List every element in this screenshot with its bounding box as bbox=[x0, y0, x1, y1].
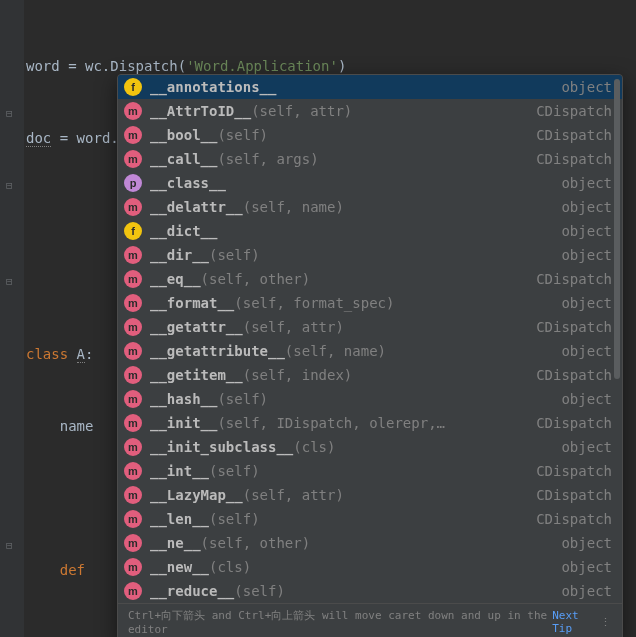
autocomplete-item[interactable]: m__bool__(self)CDispatch bbox=[118, 123, 622, 147]
autocomplete-popup[interactable]: f__annotations__objectm__AttrToID__(self… bbox=[117, 74, 623, 637]
completion-return-type: CDispatch bbox=[526, 99, 612, 123]
completion-signature: (self) bbox=[217, 123, 268, 147]
completion-signature: (self, args) bbox=[217, 147, 318, 171]
completion-name: __getattr__ bbox=[150, 315, 243, 339]
completion-kind-icon: m bbox=[124, 150, 142, 168]
autocomplete-item[interactable]: m__AttrToID__(self, attr)CDispatch bbox=[118, 99, 622, 123]
completion-return-type: object bbox=[551, 195, 612, 219]
completion-kind-icon: m bbox=[124, 246, 142, 264]
autocomplete-item[interactable]: m__eq__(self, other)CDispatch bbox=[118, 267, 622, 291]
completion-return-type: object bbox=[551, 291, 612, 315]
code-token: doc bbox=[26, 130, 51, 147]
completion-name: __LazyMap__ bbox=[150, 483, 243, 507]
completion-name: __new__ bbox=[150, 555, 209, 579]
completion-name: __len__ bbox=[150, 507, 209, 531]
completion-return-type: CDispatch bbox=[526, 459, 612, 483]
autocomplete-item[interactable]: m__call__(self, args)CDispatch bbox=[118, 147, 622, 171]
completion-name: __annotations__ bbox=[150, 75, 276, 99]
autocomplete-item[interactable]: m__len__(self)CDispatch bbox=[118, 507, 622, 531]
completion-return-type: CDispatch bbox=[526, 267, 612, 291]
autocomplete-item[interactable]: m__format__(self, format_spec)object bbox=[118, 291, 622, 315]
completion-return-type: CDispatch bbox=[526, 507, 612, 531]
completion-return-type: object bbox=[551, 555, 612, 579]
autocomplete-item[interactable]: m__getattribute__(self, name)object bbox=[118, 339, 622, 363]
completion-name: __getattribute__ bbox=[150, 339, 285, 363]
completion-signature: (self, other) bbox=[201, 531, 311, 555]
completion-kind-icon: p bbox=[124, 174, 142, 192]
completion-kind-icon: f bbox=[124, 222, 142, 240]
scrollbar-thumb[interactable] bbox=[614, 79, 620, 379]
autocomplete-item[interactable]: m__ne__(self, other)object bbox=[118, 531, 622, 555]
fold-marker[interactable]: ⊟ bbox=[6, 270, 13, 294]
completion-return-type: CDispatch bbox=[526, 411, 612, 435]
autocomplete-item[interactable]: m__LazyMap__(self, attr)CDispatch bbox=[118, 483, 622, 507]
completion-name: __reduce__ bbox=[150, 579, 234, 603]
completion-name: __bool__ bbox=[150, 123, 217, 147]
completion-signature: (cls) bbox=[209, 555, 251, 579]
completion-return-type: object bbox=[551, 75, 612, 99]
completion-return-type: object bbox=[551, 243, 612, 267]
code-token: word bbox=[26, 58, 60, 74]
completion-kind-icon: f bbox=[124, 78, 142, 96]
completion-return-type: CDispatch bbox=[526, 483, 612, 507]
autocomplete-list[interactable]: f__annotations__objectm__AttrToID__(self… bbox=[118, 75, 622, 603]
completion-signature: (self, IDispatch, olerepr,… bbox=[217, 411, 445, 435]
completion-signature: (cls) bbox=[293, 435, 335, 459]
completion-return-type: CDispatch bbox=[526, 363, 612, 387]
completion-name: __init__ bbox=[150, 411, 217, 435]
completion-return-type: object bbox=[551, 171, 612, 195]
gutter: ⊟ ⊟ ⊟ ⊟ bbox=[0, 0, 24, 637]
completion-return-type: object bbox=[551, 435, 612, 459]
autocomplete-item[interactable]: p__class__object bbox=[118, 171, 622, 195]
completion-signature: (self) bbox=[209, 507, 260, 531]
fold-marker[interactable]: ⊟ bbox=[6, 102, 13, 126]
completion-return-type: object bbox=[551, 579, 612, 603]
completion-return-type: object bbox=[551, 219, 612, 243]
autocomplete-item[interactable]: m__init_subclass__(cls)object bbox=[118, 435, 622, 459]
fold-marker[interactable]: ⊟ bbox=[6, 174, 13, 198]
completion-signature: (self, index) bbox=[243, 363, 353, 387]
completion-name: __init_subclass__ bbox=[150, 435, 293, 459]
completion-kind-icon: m bbox=[124, 486, 142, 504]
completion-name: __class__ bbox=[150, 171, 226, 195]
completion-name: __dir__ bbox=[150, 243, 209, 267]
autocomplete-footer: Ctrl+向下箭头 and Ctrl+向上箭头 will move caret … bbox=[118, 603, 622, 637]
completion-return-type: CDispatch bbox=[526, 123, 612, 147]
completion-kind-icon: m bbox=[124, 270, 142, 288]
autocomplete-item[interactable]: m__delattr__(self, name)object bbox=[118, 195, 622, 219]
completion-return-type: CDispatch bbox=[526, 147, 612, 171]
completion-name: __dict__ bbox=[150, 219, 217, 243]
autocomplete-item[interactable]: f__dict__object bbox=[118, 219, 622, 243]
more-icon[interactable]: ⋮ bbox=[600, 616, 612, 629]
completion-signature: (self) bbox=[209, 243, 260, 267]
autocomplete-item[interactable]: m__getattr__(self, attr)CDispatch bbox=[118, 315, 622, 339]
fold-marker[interactable]: ⊟ bbox=[6, 534, 13, 558]
completion-kind-icon: m bbox=[124, 390, 142, 408]
completion-name: __eq__ bbox=[150, 267, 201, 291]
autocomplete-item[interactable]: f__annotations__object bbox=[118, 75, 622, 99]
completion-name: __getitem__ bbox=[150, 363, 243, 387]
autocomplete-item[interactable]: m__getitem__(self, index)CDispatch bbox=[118, 363, 622, 387]
autocomplete-item[interactable]: m__init__(self, IDispatch, olerepr,…CDis… bbox=[118, 411, 622, 435]
completion-kind-icon: m bbox=[124, 510, 142, 528]
completion-name: __hash__ bbox=[150, 387, 217, 411]
completion-name: __AttrToID__ bbox=[150, 99, 251, 123]
autocomplete-item[interactable]: m__dir__(self)object bbox=[118, 243, 622, 267]
completion-signature: (self, attr) bbox=[243, 315, 344, 339]
completion-signature: (self, attr) bbox=[251, 99, 352, 123]
autocomplete-item[interactable]: m__new__(cls)object bbox=[118, 555, 622, 579]
completion-name: __format__ bbox=[150, 291, 234, 315]
next-tip-link[interactable]: Next Tip bbox=[552, 609, 600, 635]
completion-signature: (self) bbox=[234, 579, 285, 603]
completion-kind-icon: m bbox=[124, 294, 142, 312]
completion-kind-icon: m bbox=[124, 558, 142, 576]
completion-signature: (self) bbox=[217, 387, 268, 411]
hint-text: Ctrl+向下箭头 and Ctrl+向上箭头 will move caret … bbox=[128, 608, 548, 636]
completion-kind-icon: m bbox=[124, 438, 142, 456]
autocomplete-item[interactable]: m__reduce__(self)object bbox=[118, 579, 622, 603]
autocomplete-item[interactable]: m__hash__(self)object bbox=[118, 387, 622, 411]
completion-kind-icon: m bbox=[124, 366, 142, 384]
completion-kind-icon: m bbox=[124, 318, 142, 336]
completion-kind-icon: m bbox=[124, 342, 142, 360]
autocomplete-item[interactable]: m__int__(self)CDispatch bbox=[118, 459, 622, 483]
